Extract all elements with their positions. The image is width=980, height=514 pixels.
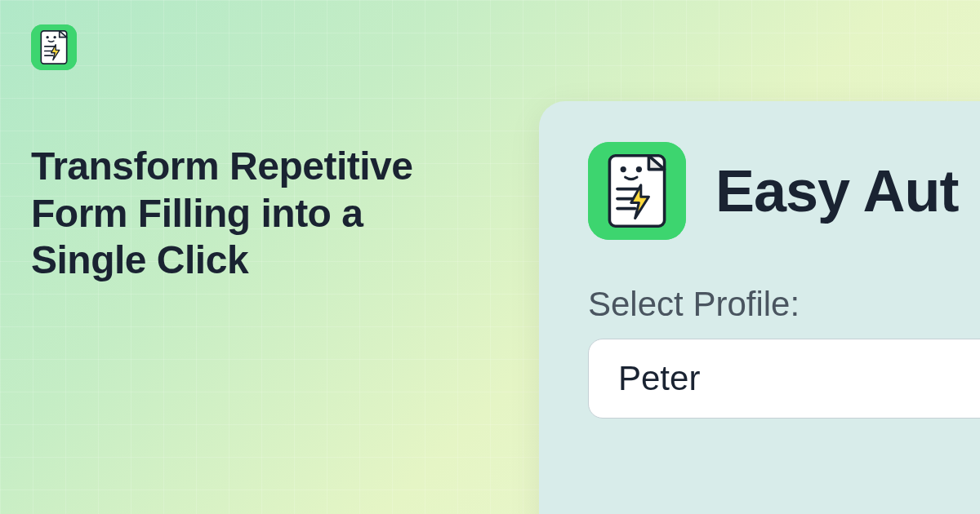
svg-point-2 [46,36,48,38]
document-lightning-icon [31,24,77,70]
app-title: Easy Aut [715,157,958,224]
document-lightning-icon [588,142,686,240]
page-headline: Transform Repetitive Form Filling into a… [31,143,472,284]
svg-point-9 [621,166,626,172]
profile-select-label: Select Profile: [588,285,980,324]
app-logo-large [588,142,686,240]
profile-select[interactable]: Peter [588,339,980,419]
app-preview-panel: Easy Aut Select Profile: Peter [539,101,980,514]
app-logo-small [31,24,77,70]
svg-point-3 [53,36,56,38]
profile-select-value: Peter [618,359,700,397]
svg-point-10 [636,166,642,172]
panel-header: Easy Aut [588,142,980,240]
